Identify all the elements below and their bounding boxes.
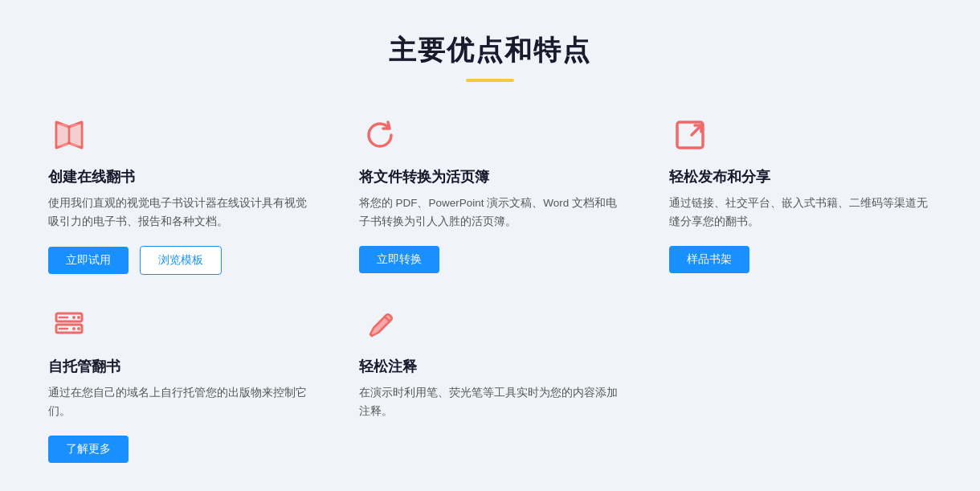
server-icon bbox=[48, 304, 90, 346]
feature-card-annotation: 轻松注释 在演示时利用笔、荧光笔等工具实时为您的内容添加注释。 bbox=[359, 304, 622, 463]
share-icon bbox=[669, 114, 711, 156]
feature-buttons-selfhost: 了解更多 bbox=[48, 436, 311, 463]
svg-point-7 bbox=[72, 316, 76, 319]
sample-shelf-button[interactable]: 样品书架 bbox=[669, 246, 749, 273]
feature-buttons-convert: 立即转换 bbox=[359, 246, 622, 273]
features-row2: 自托管翻书 通过在您自己的域名上自行托管您的出版物来控制它们。 了解更多 轻松注… bbox=[48, 304, 932, 463]
feature-card-convert: 将文件转换为活页簿 将您的 PDF、PowerPoint 演示文稿、Word 文… bbox=[359, 114, 622, 275]
feature-card-share: 轻松发布和分享 通过链接、社交平台、嵌入式书籍、二维码等渠道无缝分享您的翻书。 … bbox=[669, 114, 932, 275]
pencil-icon bbox=[359, 304, 401, 346]
feature-title-selfhost: 自托管翻书 bbox=[48, 357, 311, 376]
refresh-icon bbox=[359, 114, 401, 156]
feature-desc-annotation: 在演示时利用笔、荧光笔等工具实时为您的内容添加注释。 bbox=[359, 384, 622, 421]
feature-title-create: 创建在线翻书 bbox=[48, 167, 311, 186]
browse-template-button[interactable]: 浏览模板 bbox=[140, 246, 222, 275]
learn-more-button[interactable]: 了解更多 bbox=[48, 436, 129, 463]
page-wrapper: 主要优点和特点 创建在线翻书 使用我们直观的视觉电子书设计器在线设计具有视觉吸引… bbox=[0, 0, 980, 491]
feature-card-empty bbox=[669, 304, 932, 463]
feature-desc-create: 使用我们直观的视觉电子书设计器在线设计具有视觉吸引力的电子书、报告和各种文档。 bbox=[48, 194, 311, 231]
title-underline bbox=[466, 79, 514, 82]
book-icon bbox=[48, 114, 90, 156]
svg-point-8 bbox=[72, 327, 76, 330]
features-row1: 创建在线翻书 使用我们直观的视觉电子书设计器在线设计具有视觉吸引力的电子书、报告… bbox=[48, 114, 932, 275]
feature-desc-convert: 将您的 PDF、PowerPoint 演示文稿、Word 文档和电子书转换为引人… bbox=[359, 194, 622, 231]
feature-title-convert: 将文件转换为活页簿 bbox=[359, 167, 622, 186]
title-section: 主要优点和特点 bbox=[48, 32, 932, 82]
feature-card-selfhost: 自托管翻书 通过在您自己的域名上自行托管您的出版物来控制它们。 了解更多 bbox=[48, 304, 311, 463]
page-title: 主要优点和特点 bbox=[48, 32, 932, 69]
feature-card-create-flipbook: 创建在线翻书 使用我们直观的视觉电子书设计器在线设计具有视觉吸引力的电子书、报告… bbox=[48, 114, 311, 275]
feature-desc-selfhost: 通过在您自己的域名上自行托管您的出版物来控制它们。 bbox=[48, 384, 311, 421]
feature-title-annotation: 轻松注释 bbox=[359, 357, 622, 376]
feature-desc-share: 通过链接、社交平台、嵌入式书籍、二维码等渠道无缝分享您的翻书。 bbox=[669, 194, 932, 231]
feature-buttons-share: 样品书架 bbox=[669, 246, 932, 273]
svg-rect-1 bbox=[71, 124, 80, 146]
svg-rect-0 bbox=[58, 124, 67, 146]
try-now-button[interactable]: 立即试用 bbox=[48, 247, 129, 274]
feature-title-share: 轻松发布和分享 bbox=[669, 167, 932, 186]
svg-point-6 bbox=[77, 327, 80, 330]
convert-now-button[interactable]: 立即转换 bbox=[359, 246, 439, 273]
feature-buttons-create: 立即试用 浏览模板 bbox=[48, 246, 311, 275]
svg-point-5 bbox=[77, 316, 80, 319]
